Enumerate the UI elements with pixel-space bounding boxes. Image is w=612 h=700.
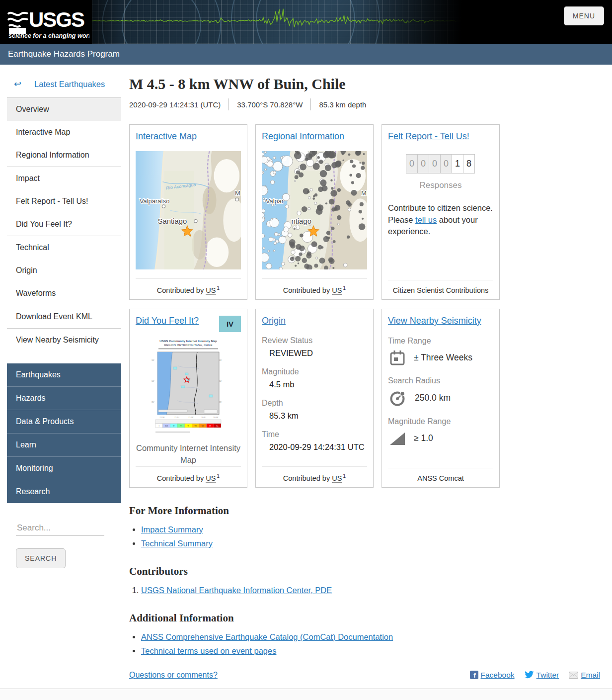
svg-text:35°: 35° (152, 401, 154, 403)
regional-information-link[interactable]: Regional Information (262, 131, 344, 141)
back-arrow-icon: ↩ (14, 79, 21, 89)
magnitude-icon (389, 430, 406, 447)
svg-text:VIII: VIII (202, 425, 204, 427)
dyfi-thumb-title: USGS Community Internet Intensity Map (159, 340, 217, 343)
facebook-icon[interactable]: f (470, 671, 478, 679)
impact-summary-link[interactable]: Impact Summary (141, 525, 203, 534)
email-icon[interactable] (569, 672, 578, 679)
list-item: ANSS Comprehensive Earthquake Catalog (C… (141, 632, 600, 642)
sidebar-gap (7, 351, 121, 363)
interactive-map-thumbnail[interactable]: Río Aconcagua Valparaíso Santiago M (136, 151, 241, 269)
dyfi-thumb-subtitle: REGION METROPOLITANA, CHILE (164, 344, 212, 347)
svg-text:71.5°: 71.5° (174, 416, 179, 419)
search-button[interactable]: SEARCH (16, 548, 66, 568)
list-item: Impact Summary (141, 525, 600, 534)
sidebar-item-interactive-map[interactable]: Interactive Map (7, 121, 121, 144)
facebook-link[interactable]: Facebook (481, 671, 515, 680)
back-to-latest-earthquakes[interactable]: ↩ Latest Earthquakes (7, 76, 121, 97)
dyfi-map-thumbnail[interactable]: USGS Community Internet Intensity Map RE… (136, 336, 241, 436)
time-range-label: Time Range (388, 337, 493, 346)
felt-report-text: Contribute to citizen science. Please te… (388, 202, 493, 238)
svg-text:X+: X+ (217, 425, 219, 427)
felt-report-link[interactable]: Felt Report - Tell Us! (388, 131, 469, 141)
radius-icon (389, 389, 407, 407)
map-label-valparaiso: Valparaíso (140, 197, 170, 205)
svg-text:33°: 33° (152, 359, 154, 361)
card-view-nearby-seismicity: View Nearby Seismicity Time Range ± Thre… (382, 309, 500, 488)
svg-text:35°: 35° (219, 401, 222, 403)
sidebar-item-waveforms[interactable]: Waveforms (7, 282, 121, 305)
svg-text:34°: 34° (152, 380, 154, 382)
sitenav-monitoring[interactable]: Monitoring (7, 457, 121, 480)
counter-digit: 0 (417, 154, 429, 174)
latest-earthquakes-link[interactable]: Latest Earthquakes (34, 80, 105, 89)
technical-summary-link[interactable]: Technical Summary (141, 539, 213, 548)
sidebar-item-download-event-kml[interactable]: Download Event KML (7, 305, 121, 328)
technical-terms-link[interactable]: Technical terms used on event pages (141, 646, 276, 655)
sidebar-item-technical[interactable]: Technical (7, 236, 121, 259)
page-title: M 4.5 - 8 km WNW of Buin, Chile (129, 76, 600, 92)
sidebar-item-overview[interactable]: Overview (7, 98, 121, 121)
source-abbr[interactable]: US (206, 286, 216, 295)
menu-button[interactable]: MENU (564, 6, 604, 25)
sidebar-item-origin[interactable]: Origin (7, 259, 121, 282)
svg-text:II-III: II-III (165, 425, 168, 427)
source-abbr[interactable]: US (332, 474, 342, 483)
sidebar-item-impact[interactable]: Impact (7, 167, 121, 190)
questions-comments-link[interactable]: Questions or comments? (129, 671, 218, 680)
card-felt-report: Felt Report - Tell Us! 0 0 0 0 1 8 Respo… (382, 124, 500, 300)
source-abbr[interactable]: US (332, 286, 342, 295)
twitter-link[interactable]: Twitter (536, 671, 559, 680)
usgs-logo[interactable]: USGS science for a changing world (6, 3, 89, 41)
site-nav: Earthquakes Hazards Data & Products Lear… (7, 363, 121, 503)
program-banner[interactable]: Earthquake Hazards Program (0, 44, 612, 65)
map-label-truncated-city: M (235, 189, 240, 197)
depth-value: 85.3 km (269, 411, 367, 421)
card-interactive-map: Interactive Map (129, 124, 247, 300)
counter-digit: 0 (406, 154, 418, 174)
did-you-feel-it-link[interactable]: Did You Feel It? (136, 316, 199, 326)
site-header: USGS science for a changing world MENU (0, 0, 612, 44)
sidebar-item-felt-report[interactable]: Felt Report - Tell Us! (7, 190, 121, 213)
main-content: M 4.5 - 8 km WNW of Buin, Chile 2020-09-… (129, 76, 600, 680)
neic-pde-link[interactable]: USGS National Earthquake Information Cen… (141, 586, 332, 595)
map-label-truncated-city: M (361, 189, 367, 197)
svg-text:I: I (159, 425, 159, 427)
contributors-heading: Contributors (129, 565, 600, 578)
usgs-logo-text: USGS (29, 8, 84, 31)
card-origin: Origin Review Status REVIEWED Magnitude … (255, 309, 374, 488)
comcat-documentation-link[interactable]: ANSS Comprehensive Earthquake Catalog (C… (141, 632, 393, 641)
search-input[interactable] (16, 521, 104, 535)
sidebar-item-regional-information[interactable]: Regional Information (7, 144, 121, 167)
counter-digit: 0 (429, 154, 441, 174)
sitenav-research[interactable]: Research (7, 480, 121, 503)
meta-divider (310, 98, 311, 110)
interactive-map-link[interactable]: Interactive Map (136, 131, 197, 141)
review-status-label: Review Status (262, 336, 367, 345)
search-radius-value: 250.0 km (415, 393, 451, 403)
email-link[interactable]: Email (581, 671, 600, 680)
svg-text:VII: VII (195, 425, 197, 427)
sitenav-data-products[interactable]: Data & Products (7, 410, 121, 434)
svg-text:VI: VI (187, 425, 189, 427)
origin-link[interactable]: Origin (262, 316, 286, 326)
sidebar: ↩ Latest Earthquakes Overview Interactiv… (7, 76, 121, 568)
intensity-scale-table: III-IIIIVVVIVIIVIIIIXX+ (155, 420, 221, 428)
tell-us-link[interactable]: tell us (415, 215, 437, 224)
event-coordinates: 33.700°S 70.828°W (237, 100, 303, 109)
responses-label: Responses (388, 180, 493, 190)
twitter-icon[interactable] (525, 671, 534, 679)
additional-info-heading: Additional Information (129, 612, 600, 624)
source-abbr[interactable]: US (206, 474, 216, 483)
sitenav-learn[interactable]: Learn (7, 434, 121, 457)
sidebar-item-did-you-feel-it[interactable]: Did You Feel It? (7, 213, 121, 236)
magnitude-value: 4.5 mb (269, 380, 367, 389)
counter-digit: 1 (452, 154, 463, 174)
sitenav-earthquakes[interactable]: Earthquakes (7, 363, 121, 387)
sidebar-item-view-nearby-seismicity[interactable]: View Nearby Seismicity (7, 329, 121, 351)
regional-map-thumbnail[interactable]: Valpar ntiago M (262, 151, 367, 269)
sitenav-hazards[interactable]: Hazards (7, 387, 121, 410)
calendar-icon (389, 350, 406, 366)
meta-divider (229, 98, 229, 110)
view-nearby-seismicity-link[interactable]: View Nearby Seismicity (388, 316, 481, 326)
